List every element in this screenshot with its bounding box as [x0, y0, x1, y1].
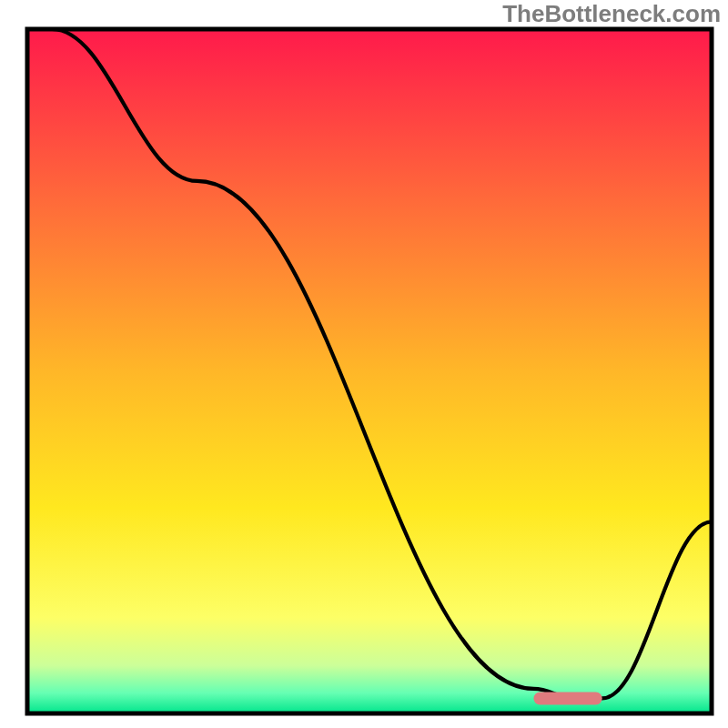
- bottleneck-chart: [0, 0, 728, 728]
- chart-stage: TheBottleneck.com: [0, 0, 728, 728]
- optimal-marker: [533, 692, 602, 704]
- plot-background: [27, 29, 712, 713]
- watermark-text: TheBottleneck.com: [502, 0, 721, 28]
